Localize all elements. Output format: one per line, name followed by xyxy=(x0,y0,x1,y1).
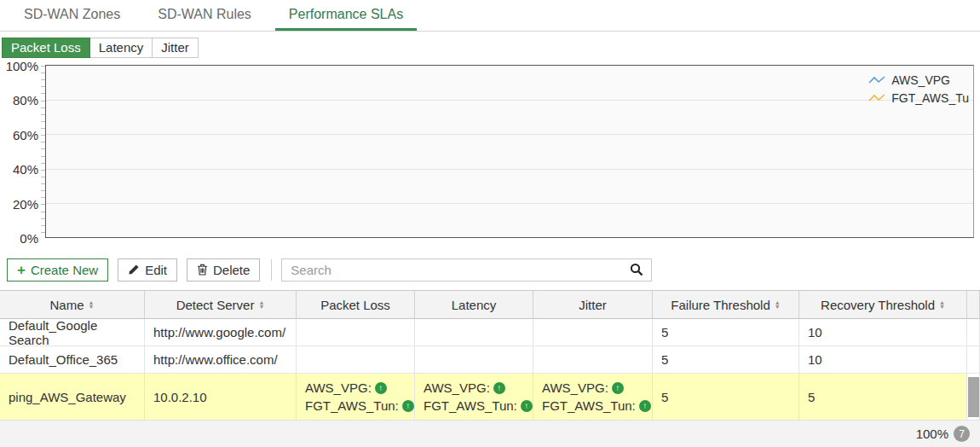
col-label: Packet Loss xyxy=(320,298,390,312)
legend-item-fgt-aws-tun: FGT_AWS_Tu xyxy=(868,91,969,105)
cell-recovery-threshold: 5 xyxy=(799,374,967,421)
ytick-60: 60% xyxy=(0,128,38,142)
series-line-icon xyxy=(868,93,885,103)
cell-failure-threshold: 5 xyxy=(653,374,799,421)
status-up-icon: ↑ xyxy=(639,400,651,412)
ytick-80: 80% xyxy=(0,93,38,107)
col-header-latency: Latency xyxy=(415,291,533,319)
status-bar: 100% 7 xyxy=(0,420,980,447)
col-label: Latency xyxy=(452,298,497,312)
cell-latency xyxy=(415,319,533,346)
col-header-recovery-threshold[interactable]: Recovery Threshold ▲▼ xyxy=(799,291,967,319)
cell-jitter xyxy=(533,319,653,346)
cell-failure-threshold: 5 xyxy=(653,346,799,374)
sort-icon: ▲▼ xyxy=(89,300,95,309)
gridline-40 xyxy=(46,169,973,170)
gridline-60 xyxy=(46,134,973,135)
cell-jitter: AWS_VPG:↑ FGT_AWS_Tun:↑ xyxy=(533,374,653,421)
subtab-jitter[interactable]: Jitter xyxy=(153,38,199,58)
edit-label: Edit xyxy=(145,263,167,277)
zoom-level: 100% xyxy=(916,427,948,441)
gridline-80 xyxy=(46,100,973,101)
sort-icon: ▲▼ xyxy=(775,300,781,309)
scrollbar-gutter xyxy=(967,346,980,374)
cell-packet-loss xyxy=(297,319,415,346)
create-new-button[interactable]: + Create New xyxy=(7,258,108,282)
status-up-icon: ↑ xyxy=(521,400,533,412)
search-icon xyxy=(630,263,643,276)
sla-table: Name ▲▼ Detect Server ▲▼ Packet Loss Lat… xyxy=(0,290,980,421)
packet-loss-chart: 100% 80% 60% 40% 20% 0% AWS_VPG FGT_AWS_… xyxy=(0,65,974,238)
legend-item-aws-vpg: AWS_VPG xyxy=(868,73,969,87)
tab-sdwan-rules[interactable]: SD-WAN Rules xyxy=(144,0,265,31)
col-header-packet-loss: Packet Loss xyxy=(297,291,415,319)
series-line-icon xyxy=(868,75,885,85)
cell-recovery-threshold: 10 xyxy=(799,319,967,346)
search-box xyxy=(281,258,652,282)
cell-recovery-threshold: 10 xyxy=(799,346,967,374)
record-count-badge: 7 xyxy=(954,426,970,442)
cell-latency: AWS_VPG:↑ FGT_AWS_Tun:↑ xyxy=(415,374,533,421)
plus-icon: + xyxy=(17,263,26,277)
subtab-packet-loss[interactable]: Packet Loss xyxy=(2,38,90,58)
col-header-jitter: Jitter xyxy=(533,291,653,319)
status-up-icon: ↑ xyxy=(375,382,387,394)
vertical-scrollbar-thumb[interactable] xyxy=(968,377,979,417)
toolbar-divider xyxy=(271,259,272,281)
col-label: Jitter xyxy=(579,298,607,312)
cell-failure-threshold: 5 xyxy=(653,319,799,346)
chart-legend: AWS_VPG FGT_AWS_Tu xyxy=(868,73,969,105)
y-axis-minor-ticks xyxy=(41,66,45,237)
tab-performance-slas[interactable]: Performance SLAs xyxy=(275,0,417,31)
cell-name: Default_Office_365 xyxy=(0,346,145,374)
col-label: Name xyxy=(50,298,84,312)
cell-name: ping_AWS_Gateway xyxy=(0,374,145,421)
chart-plot-area: AWS_VPG FGT_AWS_Tu xyxy=(45,65,974,238)
ytick-0: 0% xyxy=(0,231,38,246)
scrollbar-gutter xyxy=(967,319,980,346)
sort-icon: ▲▼ xyxy=(939,300,945,309)
ytick-40: 40% xyxy=(0,162,38,177)
search-button[interactable] xyxy=(622,259,651,281)
cell-detect-server: http://www.office.com/ xyxy=(145,346,297,374)
col-header-failure-threshold[interactable]: Failure Threshold ▲▼ xyxy=(653,291,799,319)
table-toolbar: + Create New Edit Delete xyxy=(7,258,980,282)
table-row-ping-aws-gateway[interactable]: ping_AWS_Gateway 10.0.2.10 AWS_VPG:↑ FGT… xyxy=(0,374,980,421)
col-label: Detect Server xyxy=(176,298,255,312)
table-header-row: Name ▲▼ Detect Server ▲▼ Packet Loss Lat… xyxy=(0,291,980,319)
table-row-default-office-365[interactable]: Default_Office_365 http://www.office.com… xyxy=(0,346,980,374)
scrollbar-gutter-header xyxy=(967,291,980,319)
col-header-name[interactable]: Name ▲▼ xyxy=(0,291,145,319)
pencil-icon xyxy=(128,264,140,276)
legend-label: FGT_AWS_Tu xyxy=(891,91,969,105)
delete-button[interactable]: Delete xyxy=(187,258,260,282)
status-up-icon: ↑ xyxy=(402,400,414,412)
cell-detect-server: 10.0.2.10 xyxy=(145,374,297,421)
col-header-detect-server[interactable]: Detect Server ▲▼ xyxy=(145,291,297,319)
search-input[interactable] xyxy=(282,263,622,277)
cell-jitter xyxy=(533,346,653,374)
cell-packet-loss: AWS_VPG:↑ FGT_AWS_Tun:↑ xyxy=(297,374,415,421)
table-row-default-google-search[interactable]: Default_Google Search http://www.google.… xyxy=(0,319,980,346)
ytick-100: 100% xyxy=(0,59,38,73)
col-label: Recovery Threshold xyxy=(821,298,935,312)
edit-button[interactable]: Edit xyxy=(118,258,177,282)
status-up-icon: ↑ xyxy=(493,382,505,394)
top-tab-bar: SD-WAN Zones SD-WAN Rules Performance SL… xyxy=(0,0,980,32)
tab-sdwan-zones[interactable]: SD-WAN Zones xyxy=(10,0,134,31)
subtab-latency[interactable]: Latency xyxy=(90,38,153,58)
ytick-20: 20% xyxy=(0,197,38,212)
metric-subtabs: Packet Loss Latency Jitter xyxy=(2,38,980,58)
sort-icon: ▲▼ xyxy=(258,300,264,309)
create-new-label: Create New xyxy=(31,263,98,277)
legend-label: AWS_VPG xyxy=(891,73,950,87)
cell-packet-loss xyxy=(297,346,415,374)
cell-latency xyxy=(415,346,533,374)
status-up-icon: ↑ xyxy=(612,382,624,394)
cell-detect-server: http://www.google.com/ xyxy=(145,319,297,346)
gridline-20 xyxy=(46,203,973,204)
trash-icon xyxy=(197,264,208,276)
cell-name: Default_Google Search xyxy=(0,319,145,346)
delete-label: Delete xyxy=(213,263,250,277)
col-label: Failure Threshold xyxy=(671,298,770,312)
